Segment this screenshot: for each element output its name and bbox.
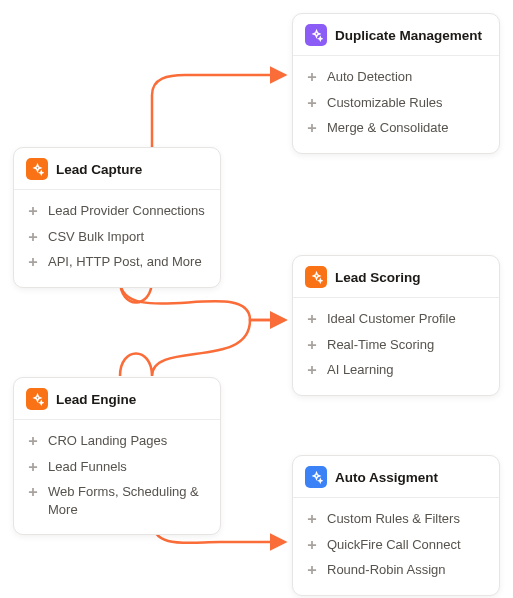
list-item: Lead Provider Connections <box>26 198 208 224</box>
card-duplicate-management: Duplicate Management Auto Detection Cust… <box>292 13 500 154</box>
card-lead-engine: Lead Engine CRO Landing Pages Lead Funne… <box>13 377 221 535</box>
card-title: Lead Capture <box>56 162 142 177</box>
list-item-label: Ideal Customer Profile <box>327 310 456 328</box>
card-lead-scoring: Lead Scoring Ideal Customer Profile Real… <box>292 255 500 396</box>
list-item-label: Customizable Rules <box>327 94 443 112</box>
plus-icon <box>305 121 319 135</box>
list-item: Web Forms, Scheduling & More <box>26 479 208 522</box>
plus-icon <box>26 434 40 448</box>
plus-icon <box>305 538 319 552</box>
card-header: Lead Engine <box>14 378 220 420</box>
sparkle-icon <box>305 24 327 46</box>
card-body: CRO Landing Pages Lead Funnels Web Forms… <box>14 420 220 534</box>
list-item: Auto Detection <box>305 64 487 90</box>
list-item-label: Lead Provider Connections <box>48 202 205 220</box>
plus-icon <box>305 563 319 577</box>
plus-icon <box>26 485 40 499</box>
plus-icon <box>26 255 40 269</box>
list-item-label: AI Learning <box>327 361 394 379</box>
list-item: CSV Bulk Import <box>26 224 208 250</box>
list-item-label: CRO Landing Pages <box>48 432 167 450</box>
plus-icon <box>26 460 40 474</box>
list-item: CRO Landing Pages <box>26 428 208 454</box>
list-item: Round-Robin Assign <box>305 557 487 583</box>
list-item-label: QuickFire Call Connect <box>327 536 461 554</box>
sparkle-icon <box>26 388 48 410</box>
list-item-label: Round-Robin Assign <box>327 561 446 579</box>
list-item-label: CSV Bulk Import <box>48 228 144 246</box>
card-header: Lead Capture <box>14 148 220 190</box>
list-item: Real-Time Scoring <box>305 332 487 358</box>
plus-icon <box>305 96 319 110</box>
card-header: Lead Scoring <box>293 256 499 298</box>
card-lead-capture: Lead Capture Lead Provider Connections C… <box>13 147 221 288</box>
card-title: Duplicate Management <box>335 28 482 43</box>
plus-icon <box>305 70 319 84</box>
list-item: Customizable Rules <box>305 90 487 116</box>
list-item-label: API, HTTP Post, and More <box>48 253 202 271</box>
list-item-label: Real-Time Scoring <box>327 336 434 354</box>
plus-icon <box>305 363 319 377</box>
card-auto-assignment: Auto Assigment Custom Rules & Filters Qu… <box>292 455 500 596</box>
plus-icon <box>26 204 40 218</box>
sparkle-icon <box>305 266 327 288</box>
card-header: Auto Assigment <box>293 456 499 498</box>
sparkle-icon <box>26 158 48 180</box>
list-item: Custom Rules & Filters <box>305 506 487 532</box>
card-header: Duplicate Management <box>293 14 499 56</box>
list-item-label: Custom Rules & Filters <box>327 510 460 528</box>
list-item: AI Learning <box>305 357 487 383</box>
card-title: Lead Engine <box>56 392 136 407</box>
plus-icon <box>26 230 40 244</box>
card-body: Lead Provider Connections CSV Bulk Impor… <box>14 190 220 287</box>
list-item-label: Merge & Consolidate <box>327 119 448 137</box>
plus-icon <box>305 338 319 352</box>
list-item-label: Lead Funnels <box>48 458 127 476</box>
plus-icon <box>305 512 319 526</box>
card-body: Auto Detection Customizable Rules Merge … <box>293 56 499 153</box>
card-body: Custom Rules & Filters QuickFire Call Co… <box>293 498 499 595</box>
card-title: Lead Scoring <box>335 270 421 285</box>
list-item-label: Auto Detection <box>327 68 412 86</box>
list-item: Lead Funnels <box>26 454 208 480</box>
list-item: QuickFire Call Connect <box>305 532 487 558</box>
plus-icon <box>305 312 319 326</box>
list-item: Ideal Customer Profile <box>305 306 487 332</box>
list-item: API, HTTP Post, and More <box>26 249 208 275</box>
card-title: Auto Assigment <box>335 470 438 485</box>
sparkle-icon <box>305 466 327 488</box>
list-item: Merge & Consolidate <box>305 115 487 141</box>
card-body: Ideal Customer Profile Real-Time Scoring… <box>293 298 499 395</box>
list-item-label: Web Forms, Scheduling & More <box>48 483 208 518</box>
